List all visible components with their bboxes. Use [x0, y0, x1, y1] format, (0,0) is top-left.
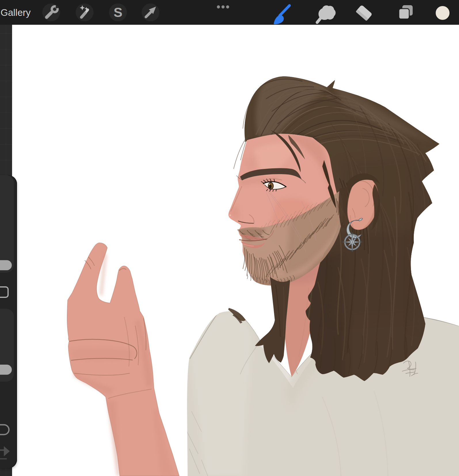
svg-text:Gallery: Gallery	[1, 7, 31, 18]
svg-text:S: S	[114, 5, 123, 20]
